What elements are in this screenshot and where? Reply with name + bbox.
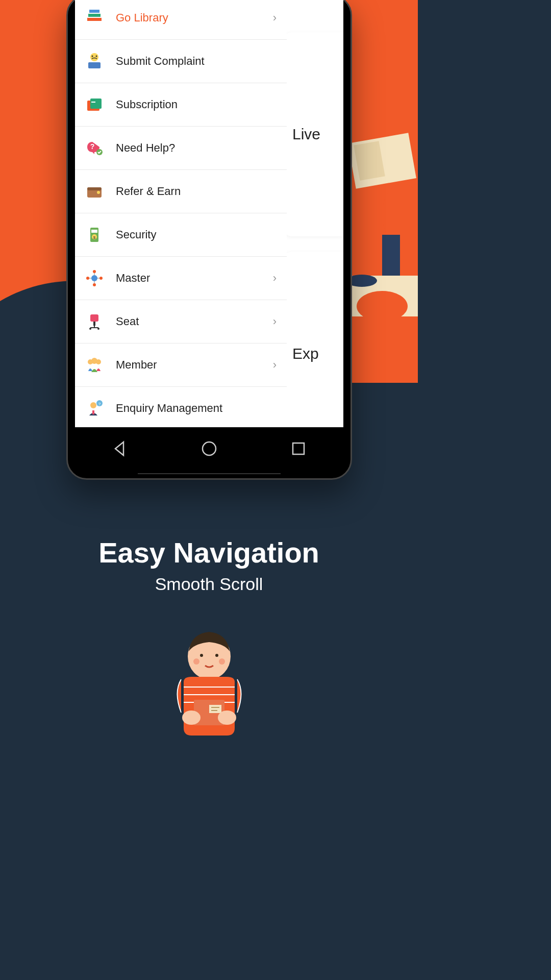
member-icon xyxy=(85,356,104,374)
svg-rect-16 xyxy=(90,99,102,109)
books-icon xyxy=(85,9,104,27)
menu-item-refer[interactable]: Refer & Earn xyxy=(75,170,287,213)
menu-item-enquiry[interactable]: ? Enquiry Management xyxy=(75,387,287,427)
svg-point-40 xyxy=(89,328,91,330)
chevron-right-icon: › xyxy=(273,11,277,24)
card-live[interactable]: Live xyxy=(282,32,343,236)
svg-rect-24 xyxy=(91,230,97,233)
android-nav-bar xyxy=(75,428,343,469)
enquiry-icon: ? xyxy=(85,399,104,418)
menu-item-label: Enquiry Management xyxy=(116,402,277,415)
home-icon[interactable] xyxy=(199,439,219,458)
svg-rect-17 xyxy=(91,102,95,103)
promo-headline: Easy Navigation Smooth Scroll xyxy=(0,536,418,594)
seat-icon xyxy=(85,312,104,331)
svg-rect-8 xyxy=(87,18,102,21)
svg-point-49 xyxy=(203,442,216,455)
wallet-icon xyxy=(85,95,104,114)
refer-icon xyxy=(85,182,104,201)
svg-point-31 xyxy=(99,277,103,280)
chevron-right-icon: › xyxy=(273,315,277,328)
menu-item-master[interactable]: Master › xyxy=(75,257,287,300)
menu-item-label: Go Library xyxy=(116,11,273,24)
svg-point-55 xyxy=(219,658,225,665)
menu-item-complaint[interactable]: Submit Complaint xyxy=(75,40,287,83)
menu-item-label: Master xyxy=(116,272,273,285)
svg-point-12 xyxy=(90,53,98,61)
svg-point-54 xyxy=(193,658,199,665)
svg-rect-5 xyxy=(382,235,400,276)
navigation-menu: Go Library › Submit Complaint Subscripti… xyxy=(75,0,287,427)
menu-item-label: Security xyxy=(116,228,277,241)
security-icon: $ xyxy=(85,226,104,244)
svg-point-14 xyxy=(96,56,97,57)
menu-item-label: Refer & Earn xyxy=(116,185,277,198)
svg-rect-37 xyxy=(93,322,95,326)
phone-screen: Live Exp Go Library › Submit Complaint xyxy=(75,0,343,427)
card-exp[interactable]: Exp xyxy=(282,252,343,427)
recent-icon[interactable] xyxy=(289,439,308,458)
svg-point-13 xyxy=(92,56,93,57)
menu-item-label: Member xyxy=(116,358,273,372)
complaint-icon xyxy=(85,52,104,70)
svg-point-63 xyxy=(182,710,201,725)
svg-text:?: ? xyxy=(98,402,101,406)
menu-item-label: Subscription xyxy=(116,98,277,111)
svg-rect-50 xyxy=(293,443,304,454)
headline-sub: Smooth Scroll xyxy=(0,574,418,594)
master-icon xyxy=(85,269,104,287)
svg-rect-9 xyxy=(88,14,101,17)
svg-point-64 xyxy=(218,710,236,725)
svg-text:?: ? xyxy=(90,142,95,151)
svg-point-52 xyxy=(200,654,203,657)
menu-item-member[interactable]: Member › xyxy=(75,344,287,387)
menu-item-label: Need Help? xyxy=(116,141,277,155)
svg-rect-36 xyxy=(90,314,98,322)
svg-point-45 xyxy=(90,402,96,408)
help-icon: ? xyxy=(85,139,104,157)
menu-item-label: Submit Complaint xyxy=(116,55,277,68)
menu-item-security[interactable]: $ Security xyxy=(75,213,287,257)
svg-text:$: $ xyxy=(93,235,96,240)
svg-rect-11 xyxy=(88,62,101,68)
svg-point-28 xyxy=(93,270,96,273)
phone-mockup: Live Exp Go Library › Submit Complaint xyxy=(66,0,352,480)
svg-rect-60 xyxy=(209,705,221,713)
menu-item-label: Seat xyxy=(116,315,273,328)
nav-line xyxy=(138,473,281,474)
svg-point-44 xyxy=(91,358,97,364)
svg-rect-46 xyxy=(92,410,94,414)
svg-point-53 xyxy=(215,654,218,657)
student-illustration xyxy=(143,626,276,743)
chevron-right-icon: › xyxy=(273,358,277,372)
svg-point-30 xyxy=(86,277,89,280)
svg-point-22 xyxy=(97,191,100,194)
menu-item-library[interactable]: Go Library › xyxy=(75,0,287,40)
headline-main: Easy Navigation xyxy=(0,536,418,569)
svg-point-29 xyxy=(93,283,96,286)
card-exp-text: Exp xyxy=(292,345,319,362)
svg-rect-21 xyxy=(87,187,102,190)
svg-rect-10 xyxy=(89,10,99,13)
menu-item-help[interactable]: ? Need Help? xyxy=(75,127,287,170)
svg-point-41 xyxy=(97,328,99,330)
chevron-right-icon: › xyxy=(273,272,277,285)
back-icon[interactable] xyxy=(110,439,130,458)
content-cards-background: Live Exp xyxy=(282,32,343,427)
menu-item-subscription[interactable]: Subscription xyxy=(75,83,287,127)
card-live-text: Live xyxy=(292,126,320,143)
svg-point-27 xyxy=(91,275,97,281)
menu-item-seat[interactable]: Seat › xyxy=(75,300,287,344)
